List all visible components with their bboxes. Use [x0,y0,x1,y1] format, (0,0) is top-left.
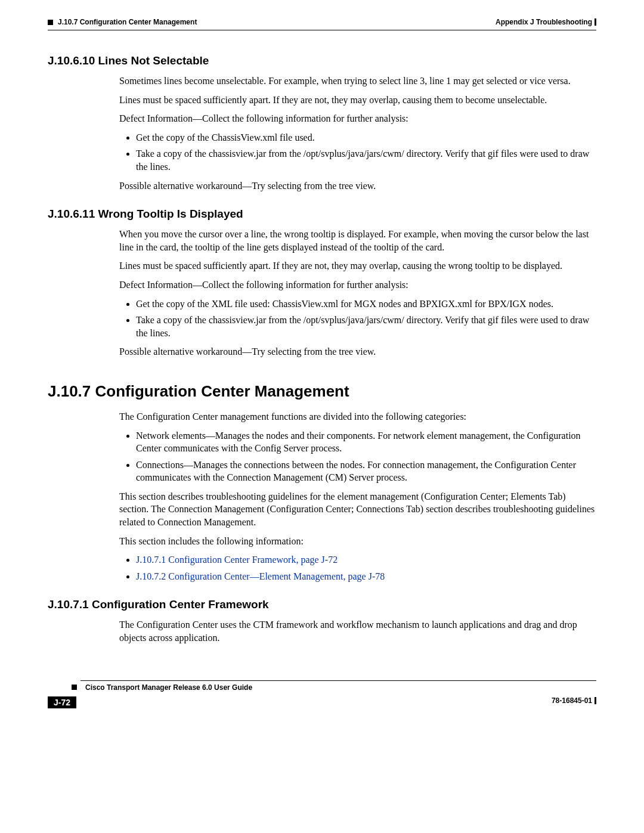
vertical-rule-icon [595,18,596,26]
paragraph: When you move the cursor over a line, th… [119,228,596,253]
xref-link[interactable]: J.10.7.1 Configuration Center Framework,… [136,555,338,565]
body-block: When you move the cursor over a line, th… [119,228,596,358]
vertical-rule-icon [595,697,596,704]
footer-bottom: J-72 78-16845-01 [48,693,596,708]
footer-rule [80,680,596,681]
heading-config-center-management: J.10.7 Configuration Center Management [48,382,596,401]
bullet-list: Get the copy of the XML file used: Chass… [119,298,596,340]
doc-number: 78-16845-01 [552,696,596,705]
paragraph: Lines must be spaced sufficiently apart.… [119,94,596,107]
list-item: J.10.7.1 Configuration Center Framework,… [136,553,596,566]
paragraph: This section includes the following info… [119,535,596,548]
body-block: Sometimes lines become unselectable. For… [119,75,596,192]
bullet-list: Network elements—Manages the nodes and t… [119,429,596,484]
header-appendix-label: Appendix J Troubleshooting [496,18,592,26]
list-item: Take a copy of the chassisview.jar from … [136,147,596,173]
list-item: J.10.7.2 Configuration Center—Element Ma… [136,570,596,583]
link-list: J.10.7.1 Configuration Center Framework,… [119,553,596,583]
footer-row: Cisco Transport Manager Release 6.0 User… [48,683,596,692]
body-block: The Configuration Center uses the CTM fr… [119,618,596,644]
list-item: Take a copy of the chassisview.jar from … [136,314,596,339]
header-right: Appendix J Troubleshooting [496,18,596,26]
list-item: Connections—Manages the connections betw… [136,459,596,484]
paragraph: Lines must be spaced sufficiently apart.… [119,259,596,272]
header-section-label: J.10.7 Configuration Center Management [58,18,197,26]
paragraph: The Configuration Center uses the CTM fr… [119,618,596,644]
square-bullet-icon [48,20,53,25]
paragraph: Possible alternative workaround—Try sele… [119,345,596,358]
heading-lines-not-selectable: J.10.6.10 Lines Not Selectable [48,54,596,67]
paragraph: Possible alternative workaround—Try sele… [119,179,596,193]
square-bullet-icon [72,685,77,690]
paragraph: Sometimes lines become unselectable. For… [119,75,596,88]
body-block: The Configuration Center management func… [119,410,596,583]
xref-link[interactable]: J.10.7.2 Configuration Center—Element Ma… [136,571,385,581]
list-item: Get the copy of the ChassisView.xml file… [136,131,596,144]
heading-wrong-tooltip: J.10.6.11 Wrong Tooltip Is Displayed [48,208,596,221]
footer-book-title: Cisco Transport Manager Release 6.0 User… [85,683,252,692]
header-rule [48,30,596,30]
heading-config-center-framework: J.10.7.1 Configuration Center Framework [48,598,596,611]
running-header: J.10.7 Configuration Center Management A… [48,18,596,26]
paragraph: Defect Information—Collect the following… [119,112,596,125]
page-number: J-72 [48,696,76,708]
doc-number-text: 78-16845-01 [552,696,592,705]
header-left: J.10.7 Configuration Center Management [48,18,197,26]
running-footer: Cisco Transport Manager Release 6.0 User… [48,680,596,708]
paragraph: This section describes troubleshooting g… [119,490,596,529]
document-page: J.10.7 Configuration Center Management A… [0,0,644,744]
list-item: Get the copy of the XML file used: Chass… [136,298,596,311]
paragraph: Defect Information—Collect the following… [119,278,596,292]
list-item: Network elements—Manages the nodes and t… [136,429,596,455]
bullet-list: Get the copy of the ChassisView.xml file… [119,131,596,174]
page-number-tab: J-72 [48,696,76,708]
paragraph: The Configuration Center management func… [119,410,596,423]
